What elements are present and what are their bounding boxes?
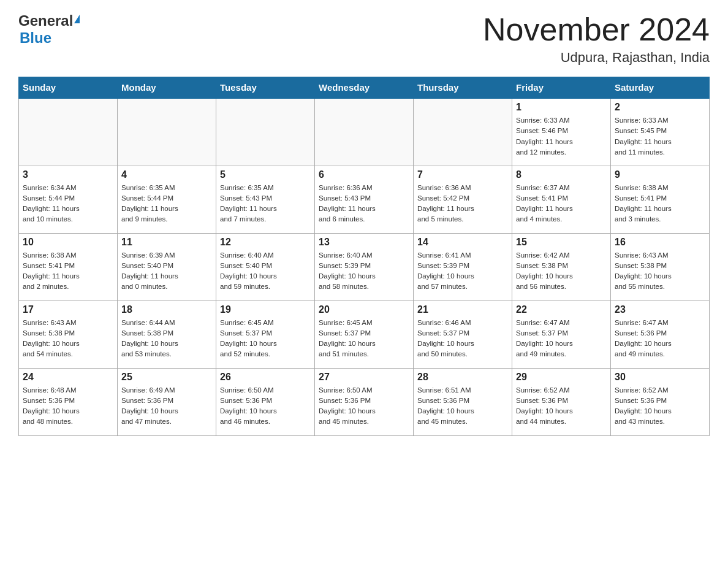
weekday-header-tuesday: Tuesday xyxy=(216,77,315,99)
calendar-cell: 10Sunrise: 6:38 AM Sunset: 5:41 PM Dayli… xyxy=(19,233,118,301)
day-info: Sunrise: 6:51 AM Sunset: 5:36 PM Dayligh… xyxy=(417,385,508,427)
day-info: Sunrise: 6:43 AM Sunset: 5:38 PM Dayligh… xyxy=(23,318,113,360)
weekday-header-friday: Friday xyxy=(512,77,611,99)
day-info: Sunrise: 6:34 AM Sunset: 5:44 PM Dayligh… xyxy=(23,183,113,225)
weekday-header-sunday: Sunday xyxy=(19,77,118,99)
calendar-week-row: 3Sunrise: 6:34 AM Sunset: 5:44 PM Daylig… xyxy=(19,166,710,233)
day-number: 17 xyxy=(23,304,113,315)
day-number: 2 xyxy=(615,102,705,113)
day-info: Sunrise: 6:49 AM Sunset: 5:36 PM Dayligh… xyxy=(121,385,212,427)
logo-triangle-icon xyxy=(74,15,80,23)
calendar-cell: 25Sunrise: 6:49 AM Sunset: 5:36 PM Dayli… xyxy=(118,368,216,435)
day-info: Sunrise: 6:47 AM Sunset: 5:36 PM Dayligh… xyxy=(615,318,705,360)
calendar-cell: 9Sunrise: 6:38 AM Sunset: 5:41 PM Daylig… xyxy=(611,166,710,233)
day-number: 6 xyxy=(319,169,409,180)
calendar-cell xyxy=(118,98,216,166)
calendar-week-row: 24Sunrise: 6:48 AM Sunset: 5:36 PM Dayli… xyxy=(19,368,710,435)
day-number: 1 xyxy=(516,102,607,113)
day-info: Sunrise: 6:40 AM Sunset: 5:39 PM Dayligh… xyxy=(319,250,409,293)
calendar-cell: 5Sunrise: 6:35 AM Sunset: 5:43 PM Daylig… xyxy=(216,166,315,233)
day-number: 3 xyxy=(23,169,113,180)
calendar-cell: 7Sunrise: 6:36 AM Sunset: 5:42 PM Daylig… xyxy=(414,166,512,233)
calendar-cell: 29Sunrise: 6:52 AM Sunset: 5:36 PM Dayli… xyxy=(512,368,611,435)
day-info: Sunrise: 6:36 AM Sunset: 5:43 PM Dayligh… xyxy=(319,183,409,225)
day-info: Sunrise: 6:42 AM Sunset: 5:38 PM Dayligh… xyxy=(516,250,607,293)
weekday-header-wednesday: Wednesday xyxy=(315,77,414,99)
calendar-header: SundayMondayTuesdayWednesdayThursdayFrid… xyxy=(19,77,710,99)
calendar-cell: 27Sunrise: 6:50 AM Sunset: 5:36 PM Dayli… xyxy=(315,368,414,435)
day-info: Sunrise: 6:46 AM Sunset: 5:37 PM Dayligh… xyxy=(417,318,508,360)
calendar-cell: 6Sunrise: 6:36 AM Sunset: 5:43 PM Daylig… xyxy=(315,166,414,233)
calendar-body: 1Sunrise: 6:33 AM Sunset: 5:46 PM Daylig… xyxy=(19,98,710,435)
weekday-header-thursday: Thursday xyxy=(414,77,512,99)
day-number: 26 xyxy=(220,372,311,383)
calendar-cell: 2Sunrise: 6:33 AM Sunset: 5:45 PM Daylig… xyxy=(611,98,710,166)
day-number: 28 xyxy=(417,372,508,383)
calendar-cell: 23Sunrise: 6:47 AM Sunset: 5:36 PM Dayli… xyxy=(611,301,710,368)
day-info: Sunrise: 6:33 AM Sunset: 5:45 PM Dayligh… xyxy=(615,115,705,158)
calendar-cell: 14Sunrise: 6:41 AM Sunset: 5:39 PM Dayli… xyxy=(414,233,512,301)
calendar-week-row: 10Sunrise: 6:38 AM Sunset: 5:41 PM Dayli… xyxy=(19,233,710,301)
calendar-cell: 24Sunrise: 6:48 AM Sunset: 5:36 PM Dayli… xyxy=(19,368,118,435)
calendar-cell: 11Sunrise: 6:39 AM Sunset: 5:40 PM Dayli… xyxy=(118,233,216,301)
calendar-week-row: 17Sunrise: 6:43 AM Sunset: 5:38 PM Dayli… xyxy=(19,301,710,368)
day-info: Sunrise: 6:41 AM Sunset: 5:39 PM Dayligh… xyxy=(417,250,508,293)
calendar-cell: 18Sunrise: 6:44 AM Sunset: 5:38 PM Dayli… xyxy=(118,301,216,368)
day-info: Sunrise: 6:50 AM Sunset: 5:36 PM Dayligh… xyxy=(220,385,311,427)
day-info: Sunrise: 6:47 AM Sunset: 5:37 PM Dayligh… xyxy=(516,318,607,360)
day-info: Sunrise: 6:40 AM Sunset: 5:40 PM Dayligh… xyxy=(220,250,311,293)
day-number: 9 xyxy=(615,169,705,180)
day-number: 14 xyxy=(417,237,508,248)
day-info: Sunrise: 6:33 AM Sunset: 5:46 PM Dayligh… xyxy=(516,115,607,158)
logo: General Blue xyxy=(18,12,80,47)
day-info: Sunrise: 6:45 AM Sunset: 5:37 PM Dayligh… xyxy=(319,318,409,360)
day-number: 4 xyxy=(121,169,212,180)
day-number: 18 xyxy=(121,304,212,315)
calendar-cell: 15Sunrise: 6:42 AM Sunset: 5:38 PM Dayli… xyxy=(512,233,611,301)
calendar-cell xyxy=(414,98,512,166)
calendar-week-row: 1Sunrise: 6:33 AM Sunset: 5:46 PM Daylig… xyxy=(19,98,710,166)
day-number: 10 xyxy=(23,237,113,248)
day-info: Sunrise: 6:35 AM Sunset: 5:44 PM Dayligh… xyxy=(121,183,212,225)
day-number: 12 xyxy=(220,237,311,248)
calendar-cell: 19Sunrise: 6:45 AM Sunset: 5:37 PM Dayli… xyxy=(216,301,315,368)
day-number: 8 xyxy=(516,169,607,180)
title-section: November 2024 Udpura, Rajasthan, India xyxy=(483,12,710,66)
calendar-cell: 20Sunrise: 6:45 AM Sunset: 5:37 PM Dayli… xyxy=(315,301,414,368)
header: General Blue November 2024 Udpura, Rajas… xyxy=(18,12,710,66)
calendar-cell: 13Sunrise: 6:40 AM Sunset: 5:39 PM Dayli… xyxy=(315,233,414,301)
calendar-cell: 28Sunrise: 6:51 AM Sunset: 5:36 PM Dayli… xyxy=(414,368,512,435)
day-number: 23 xyxy=(615,304,705,315)
day-number: 27 xyxy=(319,372,409,383)
calendar-cell xyxy=(216,98,315,166)
month-title: November 2024 xyxy=(483,12,710,47)
calendar-cell: 30Sunrise: 6:52 AM Sunset: 5:36 PM Dayli… xyxy=(611,368,710,435)
calendar-cell: 26Sunrise: 6:50 AM Sunset: 5:36 PM Dayli… xyxy=(216,368,315,435)
day-number: 7 xyxy=(417,169,508,180)
day-info: Sunrise: 6:44 AM Sunset: 5:38 PM Dayligh… xyxy=(121,318,212,360)
day-info: Sunrise: 6:43 AM Sunset: 5:38 PM Dayligh… xyxy=(615,250,705,293)
day-info: Sunrise: 6:36 AM Sunset: 5:42 PM Dayligh… xyxy=(417,183,508,225)
calendar-cell: 1Sunrise: 6:33 AM Sunset: 5:46 PM Daylig… xyxy=(512,98,611,166)
calendar-cell xyxy=(19,98,118,166)
day-info: Sunrise: 6:52 AM Sunset: 5:36 PM Dayligh… xyxy=(516,385,607,427)
calendar-cell: 16Sunrise: 6:43 AM Sunset: 5:38 PM Dayli… xyxy=(611,233,710,301)
calendar-cell: 3Sunrise: 6:34 AM Sunset: 5:44 PM Daylig… xyxy=(19,166,118,233)
day-info: Sunrise: 6:39 AM Sunset: 5:40 PM Dayligh… xyxy=(121,250,212,293)
day-number: 20 xyxy=(319,304,409,315)
day-number: 19 xyxy=(220,304,311,315)
day-number: 13 xyxy=(319,237,409,248)
day-number: 24 xyxy=(23,372,113,383)
day-info: Sunrise: 6:37 AM Sunset: 5:41 PM Dayligh… xyxy=(516,183,607,225)
day-number: 29 xyxy=(516,372,607,383)
day-info: Sunrise: 6:48 AM Sunset: 5:36 PM Dayligh… xyxy=(23,385,113,427)
calendar-cell: 12Sunrise: 6:40 AM Sunset: 5:40 PM Dayli… xyxy=(216,233,315,301)
day-number: 16 xyxy=(615,237,705,248)
weekday-header-row: SundayMondayTuesdayWednesdayThursdayFrid… xyxy=(19,77,710,99)
calendar-cell: 4Sunrise: 6:35 AM Sunset: 5:44 PM Daylig… xyxy=(118,166,216,233)
calendar-cell: 8Sunrise: 6:37 AM Sunset: 5:41 PM Daylig… xyxy=(512,166,611,233)
calendar-cell: 21Sunrise: 6:46 AM Sunset: 5:37 PM Dayli… xyxy=(414,301,512,368)
day-number: 11 xyxy=(121,237,212,248)
logo-blue-text: Blue xyxy=(20,29,51,46)
day-info: Sunrise: 6:50 AM Sunset: 5:36 PM Dayligh… xyxy=(319,385,409,427)
